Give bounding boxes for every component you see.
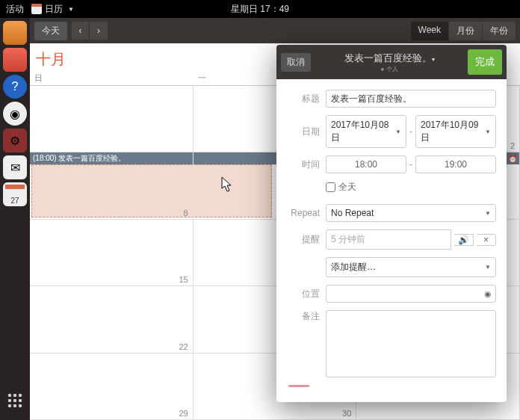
allday-label: 全天 bbox=[338, 181, 356, 194]
view-week[interactable]: Week bbox=[411, 22, 449, 40]
dock: ? ◉ ⚙ ✉ 27 bbox=[0, 18, 30, 420]
notes-label: 备注 bbox=[287, 310, 320, 323]
repeat-select[interactable]: No Repeat▼ bbox=[326, 204, 496, 222]
app-indicator[interactable]: 日历 ▼ bbox=[31, 3, 74, 16]
settings-icon[interactable]: ⚙ bbox=[3, 129, 27, 152]
mail-icon[interactable]: ✉ bbox=[3, 155, 27, 179]
cancel-button[interactable]: 取消 bbox=[281, 53, 311, 72]
activities-button[interactable]: 活动 bbox=[6, 3, 24, 16]
location-label: 位置 bbox=[287, 288, 320, 300]
day-number: 29 bbox=[179, 409, 188, 418]
date-start-select[interactable]: 2017年10月08日▼ bbox=[326, 115, 406, 148]
view-year[interactable]: 年份 bbox=[483, 22, 516, 40]
show-apps-icon[interactable] bbox=[3, 389, 27, 413]
location-pin-icon[interactable]: ◉ bbox=[484, 289, 492, 299]
weekday-header: 日 bbox=[30, 71, 194, 85]
title-label: 标题 bbox=[287, 93, 320, 105]
app-name: 日历 bbox=[45, 3, 63, 16]
title-input[interactable] bbox=[326, 90, 496, 108]
event-dialog: 取消 发表一篇百度经验。▾ ● 个人 完成 标题 日期 2017年10月08日▼… bbox=[276, 45, 507, 402]
files-icon[interactable] bbox=[3, 21, 27, 45]
date-end-select[interactable]: 2017年10月09日▼ bbox=[415, 115, 496, 148]
next-button[interactable]: › bbox=[90, 22, 108, 40]
day-number: 22 bbox=[179, 342, 188, 351]
notes-textarea[interactable] bbox=[326, 310, 496, 377]
sound-icon[interactable]: 🔊 bbox=[454, 234, 474, 246]
dash: - bbox=[409, 159, 412, 170]
day-number: 2 bbox=[510, 141, 515, 150]
add-reminder-select[interactable]: 添加提醒…▼ bbox=[326, 257, 496, 277]
dialog-title: 发表一篇百度经验。▾ ● 个人 bbox=[311, 52, 468, 73]
toolbar: 今天 ‹ › Week 月份 年份 bbox=[30, 18, 520, 43]
view-month[interactable]: 月份 bbox=[449, 22, 483, 40]
remove-reminder-button[interactable]: × bbox=[477, 234, 496, 246]
location-input[interactable] bbox=[326, 285, 496, 303]
calendar-app-icon bbox=[31, 4, 42, 14]
calendar-dock-icon[interactable]: 27 bbox=[3, 182, 27, 206]
prev-button[interactable]: ‹ bbox=[72, 22, 90, 40]
day-number: 30 bbox=[342, 409, 351, 418]
resize-handle[interactable] bbox=[288, 385, 309, 387]
date-label: 日期 bbox=[287, 126, 320, 138]
help-icon[interactable]: ? bbox=[3, 75, 27, 99]
software-icon[interactable] bbox=[3, 48, 27, 72]
time-start-input[interactable]: 18:00 bbox=[326, 155, 406, 173]
dash: - bbox=[409, 126, 412, 137]
reminder-input[interactable]: 5 分钟前 bbox=[326, 229, 451, 250]
chevron-down-icon: ▼ bbox=[68, 6, 74, 13]
reminder-label: 提醒 bbox=[287, 233, 320, 246]
repeat-label: Repeat bbox=[287, 208, 320, 218]
time-label: 时间 bbox=[287, 158, 320, 171]
done-button[interactable]: 完成 bbox=[468, 49, 502, 75]
day-number: 15 bbox=[179, 275, 188, 284]
time-end-input[interactable]: 19:00 bbox=[415, 155, 496, 173]
allday-checkbox[interactable] bbox=[326, 182, 335, 192]
chromium-icon[interactable]: ◉ bbox=[3, 102, 27, 126]
clock[interactable]: 星期日 17：49 bbox=[231, 3, 289, 16]
day-number: 8 bbox=[184, 209, 188, 217]
today-button[interactable]: 今天 bbox=[34, 22, 67, 40]
